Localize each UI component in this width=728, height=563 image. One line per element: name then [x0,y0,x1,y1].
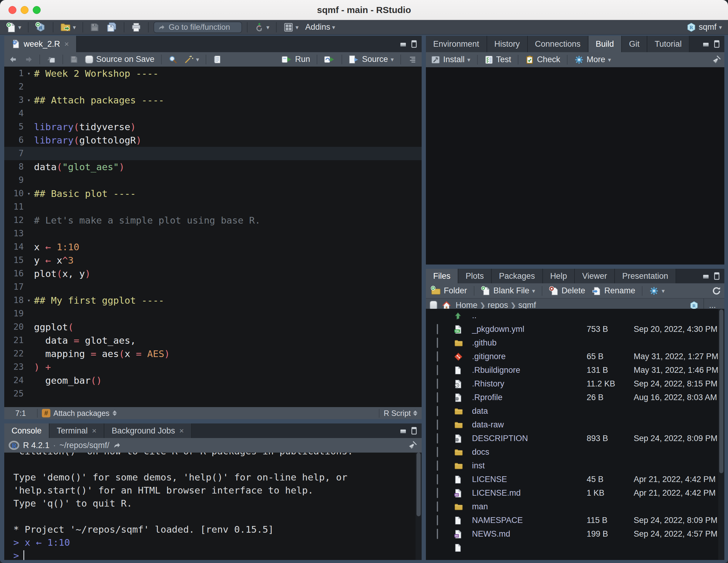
minimize-pane-icon[interactable] [702,272,710,280]
row-checkbox[interactable] [437,447,438,457]
install-button[interactable]: Install ▾ [429,54,472,65]
maximize-pane-icon[interactable] [713,40,720,48]
scope-selector[interactable]: # Attach packages [38,409,379,418]
version-control-button[interactable]: ▾ [252,21,271,33]
minimize-pane-icon[interactable] [399,427,407,435]
breadcrumb-item-home[interactable]: Home [456,301,477,310]
close-icon[interactable]: × [92,426,96,436]
editor-line[interactable]: 16plot(x, y) [4,267,422,280]
close-icon[interactable]: × [64,39,69,49]
check-button[interactable]: Check [523,54,562,65]
files-scrollbar[interactable] [718,309,724,560]
row-checkbox[interactable] [437,420,438,430]
close-window-button[interactable] [8,6,16,14]
tab-build[interactable]: Build [588,36,622,52]
save-button[interactable] [88,22,101,33]
rename-file-button[interactable]: Rename [590,285,637,296]
table-row[interactable]: .Rprofile26 BAug 16, 2022, 8:03 AM [426,391,718,404]
console-scrollbar-thumb[interactable] [416,453,421,516]
new-project-button[interactable]: R [33,21,48,34]
breadcrumb-item-sqmf[interactable]: sqmf [518,301,536,310]
addins-button[interactable]: Addins ▾ [303,22,337,33]
file-name[interactable]: .Rprofile [472,393,503,402]
maximize-pane-icon[interactable] [411,427,417,435]
forward-button[interactable] [22,55,35,64]
editor-line[interactable]: 3▾## Attach packages ---- [4,93,422,107]
fold-arrow-icon[interactable]: ▾ [24,294,34,307]
find-replace-button[interactable] [167,54,179,65]
close-icon[interactable]: × [179,426,184,436]
editor-line[interactable]: 22 mapping = aes(x = AES) [4,347,422,360]
row-checkbox[interactable] [437,338,438,348]
table-row[interactable]: LICENSE45 BApr 21, 2022, 4:42 PM [426,473,718,486]
fold-arrow-icon[interactable]: ▾ [24,67,34,80]
zoom-window-button[interactable] [33,6,41,14]
editor-line[interactable]: 7 [4,147,422,160]
row-checkbox[interactable] [437,501,438,512]
fold-arrow-icon[interactable]: ▾ [24,93,34,107]
row-checkbox[interactable] [437,460,438,471]
editor-line[interactable]: 5library(tidyverse) [4,120,422,133]
table-row[interactable]: .gitignore65 BMay 31, 2022, 1:27 PM [426,350,718,363]
table-row[interactable]: MDNEWS.md199 BSep 24, 2022, 4:57 PM [426,527,718,541]
more-build-button[interactable]: More ▾ [572,54,613,65]
workspace-panes-button[interactable]: ▾ [281,21,300,33]
editor-line[interactable]: 8data("glot_aes") [4,160,422,174]
table-row[interactable]: data [426,404,718,418]
table-row[interactable]: docs [426,445,718,459]
file-name[interactable]: .Rhistory [472,379,504,389]
tab-git[interactable]: Git [622,36,648,52]
tab-connections[interactable]: Connections [528,36,588,52]
row-checkbox[interactable] [437,488,438,498]
file-name[interactable]: .. [472,311,477,320]
code-editor[interactable]: 1▾# Week 2 Workshop ----23▾## Attach pac… [4,67,422,407]
table-row[interactable]: MDLICENSE.md1 KBApr 21, 2022, 4:42 PM [426,486,718,500]
row-checkbox[interactable] [437,433,438,443]
file-name[interactable]: DESCRIPTION [472,434,528,443]
editor-line[interactable]: 12# Let's make a simple plot using base … [4,214,422,227]
file-name[interactable]: NEWS.md [472,529,510,539]
files-scrollbar-thumb[interactable] [719,309,723,473]
open-file-button[interactable]: ▾ [58,21,78,34]
tab-help[interactable]: Help [543,269,575,283]
file-name[interactable]: data-raw [472,420,504,430]
row-checkbox[interactable] [437,474,438,484]
run-button[interactable]: Run [280,54,312,65]
goto-directory-icon[interactable] [113,441,121,450]
project-selector[interactable]: R sqmf ▾ [686,22,724,32]
table-row[interactable]: inst [426,459,718,473]
code-tools-button[interactable]: ▾ [182,54,201,65]
fold-arrow-icon[interactable]: ▾ [24,187,34,200]
file-name[interactable]: .github [472,338,497,348]
tab-background-jobs[interactable]: Background Jobs× [104,423,192,438]
save-source-button[interactable] [68,55,80,64]
file-name[interactable]: .Rbuildignore [472,366,520,375]
tab-files[interactable]: Files [426,269,458,283]
breadcrumb-item-repos[interactable]: repos [487,301,508,310]
editor-line[interactable]: 18▾## My first ggplot ---- [4,294,422,307]
editor-line[interactable]: 24 geom_bar() [4,374,422,387]
table-row[interactable]: .github [426,336,718,350]
file-type-selector[interactable]: R Script [379,409,422,418]
row-checkbox[interactable] [437,351,438,362]
rerun-button[interactable] [322,54,337,65]
row-checkbox[interactable] [437,365,438,375]
file-name[interactable]: NAMESPACE [472,516,523,525]
row-checkbox[interactable] [437,379,438,389]
clear-build-button[interactable] [712,55,721,65]
editor-line[interactable]: 2 [4,80,422,93]
row-checkbox[interactable] [437,515,438,525]
table-row[interactable]: .Rbuildignore131 BMay 31, 2022, 1:46 PM [426,363,718,377]
table-row[interactable]: NAMESPACE115 BSep 24, 2022, 8:09 PM [426,514,718,527]
r-project-badge-icon[interactable]: R [689,301,699,310]
print-button[interactable] [129,21,143,33]
file-name[interactable]: LICENSE [472,475,507,484]
file-name[interactable]: man [472,502,488,511]
editor-line[interactable]: 10▾## Basic plot ---- [4,187,422,200]
table-row[interactable]: .Rhistory11.2 KBSep 24, 2022, 8:15 PM [426,377,718,391]
editor-line[interactable]: 1▾# Week 2 Workshop ---- [4,67,422,80]
editor-line[interactable]: 15y ← x^3 [4,254,422,267]
maximize-pane-icon[interactable] [713,272,720,280]
save-all-button[interactable] [104,21,119,34]
new-folder-button[interactable]: Folder [429,285,469,297]
